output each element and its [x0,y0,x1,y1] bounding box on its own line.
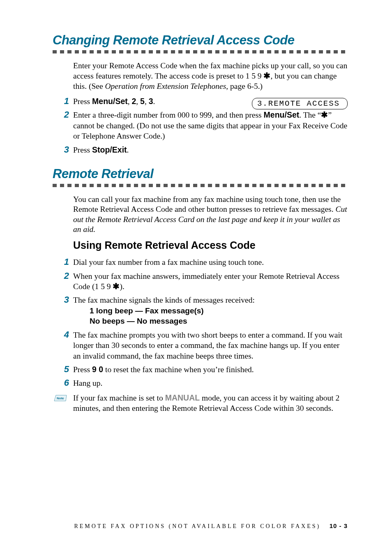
reference-italic: Operation from Extension Telephones [105,82,226,90]
step-1: 1 Press Menu/Set, 2, 5, 3. [73,96,348,107]
key-label: 9 0 [92,365,103,374]
step-number: 1 [57,95,69,107]
svg-text:Note: Note [57,396,64,400]
text: If your fax machine is set to [73,394,165,402]
text: , [136,97,140,106]
step-4: 4 The fax machine prompts you with two s… [73,330,348,361]
key-label: 2 [131,97,136,106]
text: , [145,97,149,106]
text: Code (1 5 9 [73,282,113,291]
intro-paragraph-2: You can call your fax machine from any f… [73,195,348,235]
text: The fax machine signals the kinds of mes… [73,296,255,304]
text: . [153,97,155,106]
key-label: Menu/Set [92,97,128,106]
key-label: Menu/Set [264,110,300,119]
step-1: 1 Dial your fax number from a fax machin… [73,257,348,267]
text: , page 6-5.) [226,82,263,90]
step-number: 6 [57,377,69,389]
star-icon: ✱ [263,71,270,80]
text: Dial your fax number from a fax machine … [73,258,264,266]
key-label: 3 [149,97,153,106]
step-number: 3 [57,294,69,306]
text: Press [73,365,92,374]
step-2: 2 When your fax machine answers, immedia… [73,271,348,292]
step-3: 3 The fax machine signals the kinds of m… [73,295,348,327]
note-block: Note If your fax machine is set to MANUA… [73,393,348,414]
step-number: 3 [57,144,69,156]
text: . The “ [299,111,321,119]
mode-label: MANUAL [165,393,200,402]
section-heading-changing: Changing Remote Retrieval Access Code [53,33,348,48]
text: to reset the fax machine when you’re fin… [103,365,254,374]
star-icon: ✱ [321,110,328,119]
step-5: 5 Press 9 0 to reset the fax machine whe… [73,364,348,375]
text: The fax machine prompts you with two sho… [73,331,342,360]
page-footer: REMOTE FAX OPTIONS (NOT AVAILABLE FOR CO… [74,522,348,530]
text: Enter a three-digit number from 000 to 9… [73,111,264,119]
subsection-heading: Using Remote Retrieval Access Code [73,239,348,251]
text: Press [73,97,92,106]
spacer [53,155,348,167]
step-number: 5 [57,364,69,375]
heading-rule [53,50,348,53]
beep-signal-1: 1 long beep — Fax message(s) [90,306,348,316]
text: You can call your fax machine from any f… [73,195,341,213]
text: When your fax machine answers, immediate… [73,272,339,280]
text: . [127,146,129,154]
page-number: 10 - 3 [330,522,348,529]
step-6: 6 Hang up. [73,378,348,388]
footer-text: REMOTE FAX OPTIONS (NOT AVAILABLE FOR CO… [74,523,321,529]
text: ). [120,282,124,291]
text: Hang up. [73,379,103,387]
section-heading-remote: Remote Retrieval [53,167,348,181]
step-number: 2 [57,109,69,121]
key-label: Stop/Exit [92,145,127,154]
intro-paragraph-1: Enter your Remote Access Code when the f… [73,61,348,91]
text: Press [73,146,92,154]
step-number: 1 [57,256,69,268]
step-2: 2 Enter a three-digit number from 000 to… [73,110,348,141]
key-label: 5 [140,97,145,106]
step-number: 2 [57,270,69,282]
star-icon: ✱ [113,282,120,291]
note-icon: Note [53,394,67,403]
beep-signal-2: No beeps — No messages [90,316,348,327]
heading-rule [53,184,348,187]
step-number: 4 [57,329,69,341]
step-3: 3 Press Stop/Exit. [73,145,348,155]
